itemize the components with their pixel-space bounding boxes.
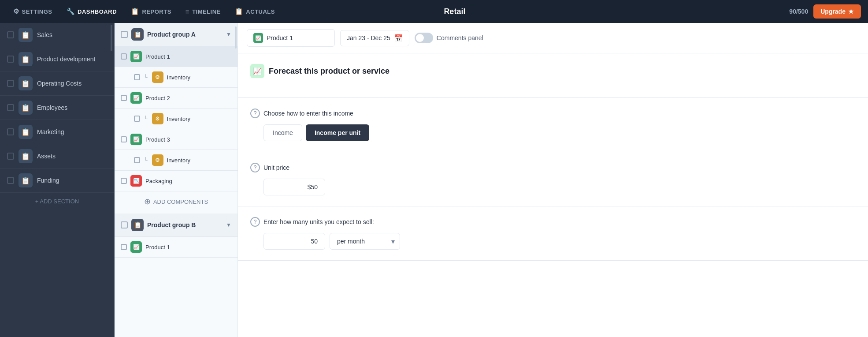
income-button-group: Income Income per unit bbox=[263, 124, 856, 141]
unit-price-section: ? Unit price bbox=[238, 152, 868, 206]
sales-icon: 📋 bbox=[19, 28, 33, 42]
tree-item-product1[interactable]: 📈 Product 1 bbox=[115, 46, 237, 67]
inventory1-checkbox[interactable] bbox=[134, 74, 140, 80]
funding-checkbox[interactable] bbox=[7, 177, 14, 184]
inventory1-icon: ⚙ bbox=[152, 71, 163, 83]
usage-count: 90/500 bbox=[789, 8, 808, 15]
unit-price-field-row bbox=[263, 179, 856, 195]
nav-actuals-label: ACTUALS bbox=[246, 8, 275, 15]
group-a-label: Product group A bbox=[147, 31, 196, 38]
sidebar-item-operating-costs[interactable]: 📋 Operating Costs bbox=[0, 71, 114, 96]
unit-price-question-row: ? Unit price bbox=[250, 163, 856, 172]
assets-checkbox[interactable] bbox=[7, 153, 14, 160]
content-area: 📈 Product 1 Jan 23 - Dec 25 📅 Comments p… bbox=[238, 23, 868, 337]
product2-icon: 📈 bbox=[130, 92, 142, 104]
units-question-row: ? Enter how many units you expect to sel… bbox=[250, 217, 856, 227]
group-a-header[interactable]: 📋 Product group A ▼ bbox=[115, 23, 237, 46]
nav-dashboard[interactable]: 🔧 DASHBOARD bbox=[60, 5, 123, 18]
middle-scroll-indicator bbox=[235, 26, 237, 49]
tree-item-inventory1[interactable]: └ ⚙ Inventory bbox=[115, 67, 237, 88]
add-components-button[interactable]: ⊕ ADD COMPONENTS bbox=[115, 191, 237, 212]
comments-toggle-switch[interactable] bbox=[415, 33, 433, 43]
add-section-button[interactable]: + ADD SECTION bbox=[0, 193, 114, 210]
product3-label: Product 3 bbox=[145, 136, 170, 143]
product3-checkbox[interactable] bbox=[121, 136, 127, 142]
tree-item-product2[interactable]: 📈 Product 2 bbox=[115, 88, 237, 109]
sidebar-item-assets[interactable]: 📋 Assets bbox=[0, 144, 114, 168]
income-button[interactable]: Income bbox=[263, 124, 302, 141]
nav-settings[interactable]: ⚙ SETTINGS bbox=[7, 5, 59, 18]
product3-icon: 📈 bbox=[130, 134, 142, 145]
operating-costs-checkbox[interactable] bbox=[7, 80, 14, 87]
left-sidebar: 📋 Sales 📋 Product development 📋 Operatin… bbox=[0, 23, 115, 337]
product1b-checkbox[interactable] bbox=[121, 244, 127, 250]
actuals-icon: 📋 bbox=[235, 7, 244, 15]
income-question-text: Choose how to enter this income bbox=[263, 110, 353, 117]
employees-checkbox[interactable] bbox=[7, 104, 14, 111]
tree-item-product3[interactable]: 📈 Product 3 bbox=[115, 129, 237, 150]
timeline-icon: ≡ bbox=[185, 8, 189, 15]
date-range: Jan 23 - Dec 25 bbox=[347, 34, 390, 41]
packaging-icon: 📉 bbox=[130, 175, 142, 187]
nav-actuals[interactable]: 📋 ACTUALS bbox=[229, 5, 281, 18]
upgrade-button[interactable]: Upgrade ★ bbox=[813, 4, 861, 19]
marketing-checkbox[interactable] bbox=[7, 128, 14, 135]
scroll-indicator bbox=[111, 25, 112, 51]
group-a-checkbox[interactable] bbox=[121, 31, 128, 38]
upgrade-label: Upgrade bbox=[820, 8, 846, 15]
tree-item-inventory3[interactable]: └ ⚙ Inventory bbox=[115, 150, 237, 171]
income-per-unit-button[interactable]: Income per unit bbox=[306, 124, 369, 141]
tree-item-packaging[interactable]: 📉 Packaging bbox=[115, 171, 237, 191]
sidebar-item-product-dev[interactable]: 📋 Product development bbox=[0, 47, 114, 71]
units-question-icon: ? bbox=[250, 217, 260, 227]
unit-price-input[interactable] bbox=[263, 179, 325, 195]
nav-timeline-label: TIMELINE bbox=[192, 8, 221, 15]
forecast-section-icon: 📈 bbox=[250, 64, 264, 78]
group-b-label: Product group B bbox=[147, 221, 196, 228]
sales-label: Sales bbox=[37, 31, 52, 38]
group-b-header[interactable]: 📋 Product group B ▼ bbox=[115, 213, 237, 237]
units-input[interactable] bbox=[263, 233, 325, 250]
nav-reports[interactable]: 📋 REPORTS bbox=[125, 5, 178, 18]
sidebar-item-funding[interactable]: 📋 Funding bbox=[0, 168, 114, 193]
product-selector[interactable]: 📈 Product 1 bbox=[247, 29, 335, 47]
product-dev-label: Product development bbox=[37, 56, 95, 63]
period-select[interactable]: per month per year per week per day bbox=[330, 233, 400, 250]
inventory3-label: Inventory bbox=[167, 157, 190, 164]
unit-price-question-icon: ? bbox=[250, 163, 260, 172]
inventory3-icon: ⚙ bbox=[152, 154, 163, 166]
product1b-label: Product 1 bbox=[145, 244, 170, 251]
product-selector-icon: 📈 bbox=[253, 33, 263, 43]
group-b-icon: 📋 bbox=[131, 219, 144, 231]
product1-icon: 📈 bbox=[130, 51, 142, 62]
group-b-checkbox[interactable] bbox=[121, 221, 128, 228]
product2-checkbox[interactable] bbox=[121, 95, 127, 101]
nav-timeline[interactable]: ≡ TIMELINE bbox=[179, 5, 227, 18]
date-selector[interactable]: Jan 23 - Dec 25 📅 bbox=[340, 30, 409, 46]
sales-checkbox[interactable] bbox=[7, 31, 14, 38]
sidebar-item-employees[interactable]: 📋 Employees bbox=[0, 96, 114, 120]
forecast-section-title: Forecast this product or service bbox=[269, 67, 389, 76]
calendar-icon: 📅 bbox=[394, 34, 403, 42]
nav-reports-label: REPORTS bbox=[142, 8, 171, 15]
inventory3-checkbox[interactable] bbox=[134, 157, 140, 163]
packaging-checkbox[interactable] bbox=[121, 178, 127, 184]
sidebar-item-sales[interactable]: 📋 Sales bbox=[0, 23, 114, 47]
top-nav: ⚙ SETTINGS 🔧 DASHBOARD 📋 REPORTS ≡ TIMEL… bbox=[0, 0, 868, 23]
reports-icon: 📋 bbox=[131, 7, 140, 15]
product-dev-icon: 📋 bbox=[19, 52, 33, 66]
unit-price-question-text: Unit price bbox=[263, 164, 289, 171]
period-select-wrapper: per month per year per week per day bbox=[330, 233, 400, 250]
income-question-row: ? Choose how to enter this income bbox=[250, 109, 856, 118]
product1-checkbox[interactable] bbox=[121, 53, 127, 60]
tree-indent-line2: └ bbox=[144, 116, 148, 122]
units-field-row: per month per year per week per day bbox=[263, 233, 856, 250]
product-name: Product 1 bbox=[267, 34, 293, 41]
sidebar-item-marketing[interactable]: 📋 Marketing bbox=[0, 120, 114, 144]
tree-item-product1b[interactable]: 📈 Product 1 bbox=[115, 237, 237, 258]
product-dev-checkbox[interactable] bbox=[7, 56, 14, 63]
tree-item-inventory2[interactable]: └ ⚙ Inventory bbox=[115, 109, 237, 129]
product1b-icon: 📈 bbox=[130, 241, 142, 253]
inventory2-checkbox[interactable] bbox=[134, 116, 140, 122]
nav-right: 90/500 Upgrade ★ bbox=[789, 4, 861, 19]
